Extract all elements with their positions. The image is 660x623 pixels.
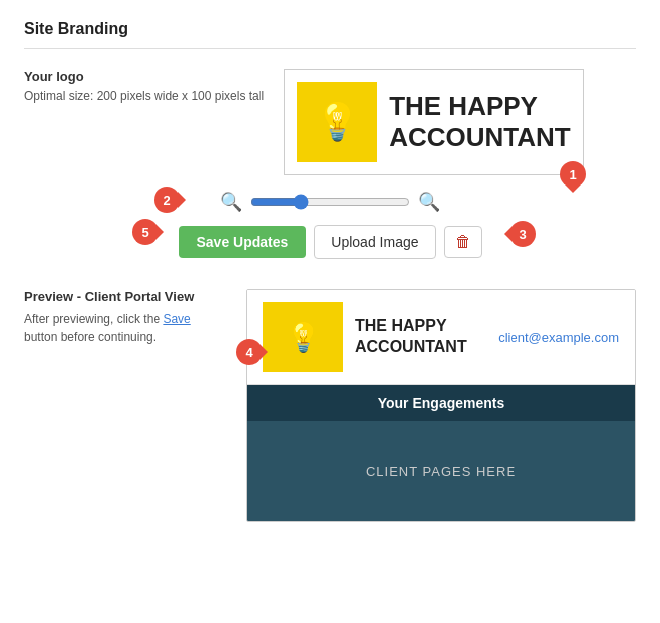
zoom-slider[interactable] (250, 194, 410, 210)
lightbulb-icon: 💡 (315, 101, 360, 143)
portal-email: client@example.com (498, 330, 619, 345)
portal-lightbulb-icon: 💡 (286, 321, 321, 354)
logo-hint: Optimal size: 200 pixels wide x 100 pixe… (24, 89, 264, 103)
portal-placeholder: CLIENT PAGES HERE (366, 464, 516, 479)
logo-name-line2: ACCOUNTANT (389, 122, 571, 153)
client-portal-preview: 💡 THE HAPPY ACCOUNTANT client@example.co… (246, 289, 636, 522)
preview-annotated-wrapper: 4 💡 THE HAPPY ACCOUNTANT client@example.… (246, 289, 636, 522)
trash-icon: 🗑 (455, 233, 471, 250)
portal-logo-text: THE HAPPY ACCOUNTANT (355, 316, 467, 358)
logo-image: 💡 (297, 82, 377, 162)
logo-name-line1: THE HAPPY (389, 91, 571, 122)
button-row: 5 Save Updates Upload Image 🗑 3 (24, 225, 636, 259)
preview-hint: After previewing, click the Save button … (24, 310, 226, 346)
zoom-in-icon[interactable]: 🔍 (418, 191, 440, 213)
portal-logo-box: 💡 (263, 302, 343, 372)
preview-title: Preview - Client Portal View (24, 289, 226, 304)
upload-button[interactable]: Upload Image (314, 225, 435, 259)
portal-nav: Your Engagements (247, 385, 635, 421)
zoom-out-icon[interactable]: 🔍 (220, 191, 242, 213)
annotation-4: 4 (236, 339, 262, 365)
portal-name-line1: THE HAPPY (355, 316, 467, 337)
logo-text: THE HAPPY ACCOUNTANT (389, 91, 571, 153)
delete-button[interactable]: 🗑 (444, 226, 482, 258)
portal-header: 💡 THE HAPPY ACCOUNTANT client@example.co… (247, 290, 635, 385)
save-link: Save (163, 312, 190, 326)
section-title: Site Branding (24, 20, 636, 49)
annotation-1: 1 (560, 161, 586, 187)
annotation-3: 3 (510, 221, 536, 247)
save-button[interactable]: Save Updates (179, 226, 307, 258)
annotation-5: 5 (132, 219, 158, 245)
zoom-row: 2 🔍 🔍 1 (24, 191, 636, 213)
portal-content-area: CLIENT PAGES HERE (247, 421, 635, 521)
logo-label: Your logo (24, 69, 264, 84)
portal-name-line2: ACCOUNTANT (355, 337, 467, 358)
annotation-2: 2 (154, 187, 180, 213)
logo-preview-box: 💡 THE HAPPY ACCOUNTANT (284, 69, 584, 175)
